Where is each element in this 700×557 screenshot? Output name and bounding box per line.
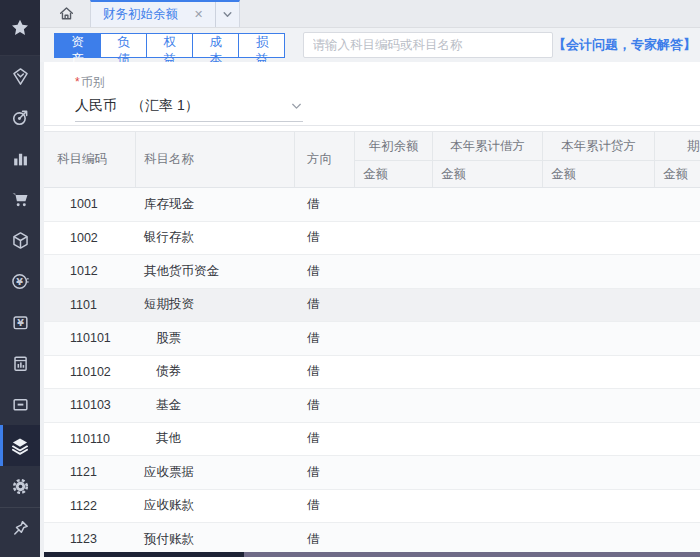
- horizontal-scrollbar[interactable]: [44, 552, 700, 557]
- sidebar-item-reports[interactable]: [0, 138, 40, 179]
- cell-opening-amount[interactable]: [655, 523, 700, 556]
- cell-opening-year-amount[interactable]: [355, 523, 433, 556]
- required-asterisk: *: [75, 75, 80, 89]
- cell-ytd-debit-amount[interactable]: [433, 356, 543, 389]
- column-header-ytd-debit: 本年累计借方 金额: [433, 132, 543, 187]
- cell-ytd-debit-amount[interactable]: [433, 523, 543, 556]
- cell-opening-amount[interactable]: [655, 222, 700, 255]
- filter-button[interactable]: 负债: [100, 33, 147, 58]
- table-row[interactable]: 110101 股票 借: [44, 322, 700, 356]
- sidebar-item-purchases[interactable]: [0, 179, 40, 220]
- cell-ytd-credit-amount[interactable]: [543, 456, 655, 489]
- cell-ytd-debit-amount[interactable]: [433, 255, 543, 288]
- cell-opening-amount[interactable]: [655, 490, 700, 523]
- table-row[interactable]: 110110 其他 借: [44, 423, 700, 457]
- cell-opening-amount[interactable]: [655, 423, 700, 456]
- table-row[interactable]: 1001 库存现金 借: [44, 188, 700, 222]
- tab-label: 财务初始余额: [103, 6, 178, 23]
- table-row[interactable]: 1012 其他货币资金 借: [44, 255, 700, 289]
- cell-ytd-credit-amount[interactable]: [543, 490, 655, 523]
- tab-group: 财务初始余额 ✕: [90, 0, 240, 27]
- cell-account-name: 应收账款: [136, 490, 295, 523]
- sidebar-item-settings[interactable]: [0, 466, 40, 507]
- column-header-opening-year-balance: 年初余额 金额: [355, 132, 433, 187]
- cell-account-code: 1123: [44, 523, 136, 556]
- sidebar-item-ledger[interactable]: [0, 343, 40, 384]
- sidebar-item-cashier[interactable]: ¥: [0, 302, 40, 343]
- cell-ytd-credit-amount[interactable]: [543, 423, 655, 456]
- cell-ytd-credit-amount[interactable]: [543, 222, 655, 255]
- cell-ytd-credit-amount[interactable]: [543, 255, 655, 288]
- cell-ytd-credit-amount[interactable]: [543, 289, 655, 322]
- cell-ytd-credit-amount[interactable]: [543, 523, 655, 556]
- cell-opening-year-amount[interactable]: [355, 456, 433, 489]
- cell-opening-year-amount[interactable]: [355, 188, 433, 221]
- cell-opening-year-amount[interactable]: [355, 389, 433, 422]
- sidebar-item-inventory[interactable]: [0, 220, 40, 261]
- cell-opening-year-amount[interactable]: [355, 222, 433, 255]
- cell-ytd-debit-amount[interactable]: [433, 222, 543, 255]
- cell-opening-amount[interactable]: [655, 188, 700, 221]
- scrollbar-thumb[interactable]: [44, 552, 244, 557]
- cell-ytd-credit-amount[interactable]: [543, 322, 655, 355]
- filter-button[interactable]: 权益: [146, 33, 193, 58]
- home-button[interactable]: [48, 0, 84, 27]
- sidebar-item-archive[interactable]: [0, 384, 40, 425]
- search-input[interactable]: [303, 32, 554, 58]
- cell-opening-year-amount[interactable]: [355, 490, 433, 523]
- coin-yuan-icon: ¥: [11, 272, 30, 291]
- filter-button[interactable]: 损益: [238, 33, 285, 58]
- bar-chart-icon: [11, 149, 30, 168]
- filter-button[interactable]: 成本: [192, 33, 239, 58]
- cell-opening-year-amount[interactable]: [355, 356, 433, 389]
- cell-opening-amount[interactable]: [655, 356, 700, 389]
- cell-opening-year-amount[interactable]: [355, 322, 433, 355]
- table-row[interactable]: 110103 基金 借: [44, 389, 700, 423]
- cell-ytd-debit-amount[interactable]: [433, 456, 543, 489]
- table-row[interactable]: 1002 银行存款 借: [44, 222, 700, 256]
- cell-opening-amount[interactable]: [655, 289, 700, 322]
- cell-opening-amount[interactable]: [655, 255, 700, 288]
- cell-ytd-debit-amount[interactable]: [433, 188, 543, 221]
- cell-ytd-debit-amount[interactable]: [433, 322, 543, 355]
- sidebar-item-goals[interactable]: [0, 97, 40, 138]
- cell-ytd-debit-amount[interactable]: [433, 289, 543, 322]
- cell-ytd-debit-amount[interactable]: [433, 490, 543, 523]
- cell-opening-amount[interactable]: [655, 456, 700, 489]
- table-row[interactable]: 1122 应收账款 借: [44, 490, 700, 524]
- cash-yuan-icon: ¥: [11, 313, 30, 332]
- filter-button[interactable]: 资产: [54, 33, 101, 58]
- sidebar-item-initial-balance[interactable]: [0, 425, 40, 466]
- tab-close-icon[interactable]: ✕: [194, 8, 203, 21]
- tab-list-dropdown[interactable]: [215, 2, 239, 27]
- cell-account-code: 1122: [44, 490, 136, 523]
- table-row[interactable]: 1101 短期投资 借: [44, 289, 700, 323]
- sidebar-item-favorites[interactable]: [0, 0, 40, 56]
- cell-ytd-credit-amount[interactable]: [543, 389, 655, 422]
- main-content: *币别 人民币 （汇率 1） 科目编码 科目名称 方向 年初余额 金额 本年累计…: [44, 62, 700, 557]
- expert-help-link[interactable]: 【会计问题，专家解答】: [553, 36, 696, 54]
- cell-account-name: 基金: [136, 389, 295, 422]
- toolbar: 资产 负债 权益 成本 损益 【会计问题，专家解答】: [40, 28, 700, 62]
- table-row[interactable]: 1121 应收票据 借: [44, 456, 700, 490]
- cell-ytd-credit-amount[interactable]: [543, 356, 655, 389]
- currency-select[interactable]: 人民币 （汇率 1）: [75, 97, 303, 122]
- table-row[interactable]: 110102 债券 借: [44, 356, 700, 390]
- cell-ytd-debit-amount[interactable]: [433, 389, 543, 422]
- sidebar-item-funds[interactable]: ¥: [0, 261, 40, 302]
- column-header-direction: 方向: [295, 132, 355, 187]
- sidebar-item-pin[interactable]: [0, 507, 40, 548]
- cell-opening-year-amount[interactable]: [355, 423, 433, 456]
- scrollbar-track[interactable]: [244, 552, 700, 557]
- cell-ytd-debit-amount[interactable]: [433, 423, 543, 456]
- tab-initial-balance[interactable]: 财务初始余额 ✕: [91, 2, 215, 27]
- cell-opening-amount[interactable]: [655, 389, 700, 422]
- sidebar-item-membership[interactable]: [0, 56, 40, 97]
- cell-account-code: 110102: [44, 356, 136, 389]
- cell-opening-amount[interactable]: [655, 322, 700, 355]
- cell-opening-year-amount[interactable]: [355, 255, 433, 288]
- cell-direction: 借: [295, 289, 355, 322]
- cell-account-name: 银行存款: [136, 222, 295, 255]
- cell-opening-year-amount[interactable]: [355, 289, 433, 322]
- cell-ytd-credit-amount[interactable]: [543, 188, 655, 221]
